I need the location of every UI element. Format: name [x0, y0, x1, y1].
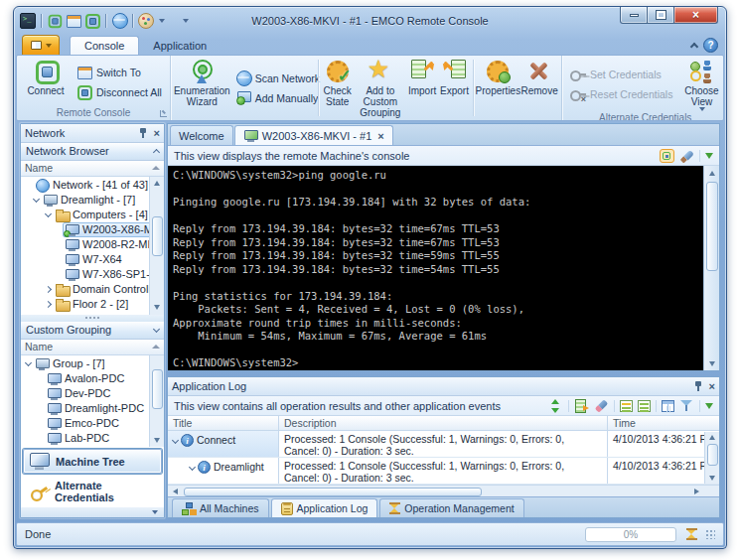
panel-splitter[interactable]: [21, 315, 164, 322]
scrollbar-vertical[interactable]: [149, 355, 164, 448]
properties-button[interactable]: Properties: [476, 58, 521, 118]
scrollbar-thumb[interactable]: [707, 444, 718, 466]
close-icon[interactable]: ×: [154, 128, 160, 138]
add-to-custom-grouping-button[interactable]: Add to Custom Grouping: [355, 58, 406, 118]
tree-item[interactable]: W7-X64: [21, 252, 149, 267]
scroll-down-icon[interactable]: [709, 361, 715, 366]
panel-options-icon[interactable]: [152, 510, 158, 514]
list-view-icon[interactable]: [620, 400, 633, 412]
close-button[interactable]: ×: [674, 7, 718, 24]
tab-application-log[interactable]: Application Log: [271, 498, 378, 517]
machine-tree-button[interactable]: Machine Tree: [23, 449, 162, 474]
scroll-up-icon[interactable]: [151, 178, 163, 190]
tab-all-machines[interactable]: All Machines: [172, 498, 269, 517]
tree-item-selected[interactable]: W2003-X86-M...: [21, 222, 149, 237]
expander-icon[interactable]: [44, 301, 51, 308]
network-browser-column-header[interactable]: Name: [21, 161, 164, 177]
clear-log-icon[interactable]: [591, 395, 612, 416]
tree-item[interactable]: Computers - [4]: [21, 208, 149, 222]
tab-operation-management[interactable]: Operation Management: [379, 498, 523, 517]
qat-switch-to-icon[interactable]: [66, 13, 81, 28]
close-icon[interactable]: ×: [709, 381, 715, 391]
expander-icon[interactable]: [172, 437, 179, 444]
scrollbar-thumb[interactable]: [184, 488, 482, 496]
custom-grouping-column-header[interactable]: Name: [21, 340, 164, 355]
expander-icon[interactable]: [44, 210, 51, 217]
scrollbar-vertical[interactable]: [703, 166, 719, 370]
dialog-launcher-icon[interactable]: [160, 110, 167, 117]
scroll-left-icon[interactable]: [169, 486, 182, 496]
qat-dropdown-icon[interactable]: [159, 19, 165, 23]
tab-remote-console[interactable]: W2003-X86-MKVI - #1 ×: [234, 125, 393, 145]
tree-item[interactable]: Dreamlight-PDC: [21, 401, 149, 416]
column-time[interactable]: Time: [608, 416, 719, 430]
log-row[interactable]: i Connect Processed: 1 Console (Successf…: [168, 431, 719, 458]
expander-icon[interactable]: [189, 464, 196, 471]
tree-item[interactable]: Emco-PDC: [21, 416, 149, 431]
check-state-button[interactable]: Check State: [321, 58, 355, 118]
tree-item[interactable]: W7-X86-SP1-...: [21, 267, 149, 282]
terminal[interactable]: C:\WINDOWS\system32>ping google.ru Pingi…: [168, 166, 703, 370]
choose-view-button[interactable]: Choose View: [677, 58, 724, 111]
enumeration-wizard-button[interactable]: Enumeration Wizard: [174, 58, 230, 118]
scroll-down-icon[interactable]: [709, 476, 715, 481]
tab-console[interactable]: Console: [70, 36, 139, 55]
options-dropdown-icon[interactable]: [705, 153, 713, 159]
export-button[interactable]: Export: [438, 58, 470, 118]
set-credentials-button[interactable]: Set Credentials: [567, 67, 675, 83]
network-browser-header[interactable]: Network Browser: [21, 143, 164, 161]
switch-to-button[interactable]: Switch To: [74, 64, 165, 80]
tree-item[interactable]: W2008-R2-MKIV: [21, 237, 149, 252]
scroll-up-icon[interactable]: [709, 435, 715, 440]
tree-item[interactable]: Domain Controller...: [21, 282, 149, 297]
scroll-up-icon[interactable]: [709, 171, 715, 176]
scroll-down-icon[interactable]: [151, 302, 163, 314]
tree-item[interactable]: Avalon-PDC: [21, 371, 149, 386]
reset-credentials-button[interactable]: × Reset Credentials: [567, 86, 675, 103]
resize-grip[interactable]: [705, 529, 715, 539]
scroll-down-icon[interactable]: [151, 434, 163, 446]
tree-item[interactable]: Dreamlight - [7]: [21, 193, 149, 208]
scrollbar-vertical[interactable]: [149, 177, 164, 315]
custom-grouping-header[interactable]: Custom Grouping: [21, 322, 164, 340]
scrollbar-thumb[interactable]: [152, 216, 163, 256]
qat-customize-icon[interactable]: [183, 19, 189, 23]
tree-item[interactable]: Lab-PDC: [21, 431, 149, 446]
add-manually-button[interactable]: Add Manually: [232, 89, 314, 106]
column-description[interactable]: Description: [279, 416, 608, 430]
scroll-right-icon[interactable]: [690, 486, 703, 496]
help-button[interactable]: ?: [703, 38, 718, 53]
close-tab-icon[interactable]: ×: [377, 131, 383, 141]
tab-application[interactable]: Application: [139, 37, 221, 55]
import-button[interactable]: Import: [406, 58, 438, 118]
filter-icon[interactable]: [679, 399, 694, 413]
pin-icon[interactable]: [693, 380, 703, 392]
minimize-button[interactable]: [620, 7, 648, 24]
tree-item[interactable]: Network - [41 of 43]: [21, 178, 149, 193]
qat-connect-icon[interactable]: [48, 14, 62, 28]
table-view-icon[interactable]: [662, 400, 674, 412]
detail-view-icon[interactable]: [638, 400, 651, 412]
scrollbar-vertical[interactable]: [704, 432, 719, 484]
log-row[interactable]: i Dreamlight Processed: 1 Console (Succe…: [168, 458, 719, 485]
tree-item[interactable]: Dev-PDC: [21, 386, 149, 401]
reconnect-icon[interactable]: [660, 149, 674, 163]
autoscroll-icon[interactable]: [548, 399, 563, 413]
tree-item[interactable]: Group - [7]: [21, 356, 149, 371]
remote-console-view[interactable]: C:\WINDOWS\system32>ping google.ru Pingi…: [168, 166, 719, 370]
expander-icon[interactable]: [44, 286, 51, 293]
scrollbar-thumb[interactable]: [706, 182, 718, 271]
scan-network-button[interactable]: Scan Network: [232, 70, 314, 86]
qat-disconnect-icon[interactable]: [84, 13, 100, 28]
scrollbar-horizontal[interactable]: [168, 485, 719, 496]
expander-icon[interactable]: [32, 196, 39, 203]
expander-icon[interactable]: [24, 359, 31, 366]
tree-item[interactable]: Floor 2 - [2]: [21, 297, 149, 312]
options-dropdown-icon[interactable]: [705, 403, 713, 409]
application-menu-button[interactable]: [22, 35, 60, 55]
collapse-ribbon-button[interactable]: [685, 37, 703, 53]
scrollbar-thumb[interactable]: [152, 369, 163, 409]
connect-button[interactable]: Connect: [20, 58, 72, 106]
edit-icon[interactable]: [676, 145, 697, 166]
remove-button[interactable]: Remove: [520, 58, 558, 118]
